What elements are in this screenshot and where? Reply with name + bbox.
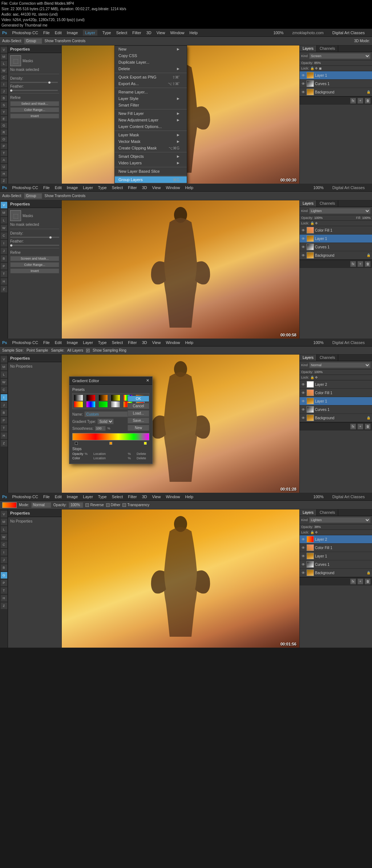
tool-brush-4[interactable]: B (1, 564, 7, 571)
layers-tab-layers-1[interactable]: Layers (300, 45, 317, 52)
tool-pen-2[interactable]: P (1, 263, 7, 269)
tool-zoom-3[interactable]: Z (1, 440, 7, 447)
tool-brush[interactable]: B (1, 95, 7, 101)
tool-eraser[interactable]: E (1, 116, 7, 122)
eye-curves1-f4[interactable]: 👁 (301, 563, 306, 567)
menu-image-1[interactable]: Image (67, 31, 78, 35)
menu-type-3[interactable]: Type (98, 340, 107, 345)
preset-3[interactable] (86, 401, 95, 407)
tool-eyedrop-4[interactable]: I (1, 549, 7, 556)
menu-ps-4[interactable]: Photoshop CC (12, 495, 38, 499)
density-slider[interactable] (10, 82, 59, 83)
menu-layer-2[interactable]: Layer (83, 185, 93, 190)
menu-layer-1[interactable]: Layer (83, 30, 97, 36)
tool-hand-2[interactable]: H (1, 278, 7, 285)
preset-5[interactable] (111, 401, 120, 407)
tool-hand-3[interactable]: H (1, 432, 7, 439)
delete-layer-btn-1[interactable]: 🗑 (365, 98, 371, 104)
menu-window-3[interactable]: Window (166, 340, 180, 345)
layer-row-curves1-f2[interactable]: 👁 Curves 1 (300, 243, 372, 251)
menu-edit-2[interactable]: Edit (55, 185, 62, 190)
menu-edit-1[interactable]: Edit (55, 31, 62, 35)
ge-stop-mid[interactable] (109, 442, 112, 445)
tool-wand-4[interactable]: W (1, 534, 7, 540)
menu-duplicate-layer[interactable]: Duplicate Layer... (115, 59, 187, 65)
new-layer-btn-2[interactable]: + (357, 261, 363, 267)
tool-eyedrop-2[interactable]: I (1, 240, 7, 247)
ge-color-del-header[interactable]: Delete (137, 456, 149, 460)
tool-eyedrop-3[interactable]: I (1, 394, 7, 401)
preset-2[interactable] (74, 401, 83, 407)
menu-help-3[interactable]: Help (185, 340, 194, 345)
tool-zoom-2[interactable]: Z (1, 286, 7, 292)
tool-crop-4[interactable]: C (1, 541, 7, 548)
tool-dodge[interactable]: O (1, 136, 7, 142)
eye-curves1-f1[interactable]: 👁 (301, 82, 306, 86)
delete-layer-btn-3[interactable]: 🗑 (365, 424, 371, 429)
feather-thumb[interactable] (10, 89, 12, 92)
tool-text-2[interactable]: T (1, 271, 7, 277)
tool-gradient-4[interactable]: G (1, 572, 7, 579)
tool-heal[interactable]: J (1, 88, 7, 94)
menu-rename-layer[interactable]: Rename Layer... (115, 89, 187, 95)
eye-curves1-f3[interactable]: 👁 (301, 408, 306, 412)
layer-row-colorfill1-f2[interactable]: 👁 Color Fill 1 (300, 226, 372, 235)
eye-bg-f2[interactable]: 👁 (301, 253, 306, 257)
preset-4[interactable] (99, 401, 108, 407)
menu-select-4[interactable]: Select (112, 495, 123, 499)
feather-slider-2[interactable] (10, 245, 59, 246)
tool-heal-4[interactable]: J (1, 557, 7, 563)
menu-3d-4[interactable]: 3D (142, 495, 147, 499)
menu-layer-style[interactable]: Layer Style▶ (115, 95, 187, 102)
menu-select-3[interactable]: Select (112, 340, 123, 345)
eye-layer2-f4[interactable]: 👁 (301, 537, 306, 541)
new-layer-btn-4[interactable]: + (357, 579, 363, 584)
tool-move-4[interactable]: V (1, 511, 7, 517)
autoselect-input-2[interactable] (24, 193, 42, 199)
reverse-checkbox-4[interactable] (85, 503, 89, 507)
eye-bg-f4[interactable]: 👁 (301, 571, 306, 575)
screen-mask-btn-2[interactable]: Screen and Mask... (10, 256, 59, 261)
menu-filter-2[interactable]: Filter (128, 185, 137, 190)
menu-layer-content-options[interactable]: Layer Content Options... (115, 123, 187, 130)
tool-lasso-3[interactable]: L (1, 371, 7, 378)
menu-edit-4[interactable]: Edit (55, 495, 62, 499)
ge-gradient-preview-bar[interactable] (72, 433, 149, 440)
blend-mode-select-1[interactable]: Screen (309, 53, 371, 59)
menu-filter-1[interactable]: Filter (132, 31, 141, 35)
menu-image-4[interactable]: Image (67, 495, 78, 499)
eye-bg-f3[interactable]: 👁 (301, 416, 306, 420)
menu-new-adjustment-layer[interactable]: New Adjustment Layer▶ (115, 117, 187, 123)
menu-type-4[interactable]: Type (98, 495, 107, 499)
opacity-input-4[interactable] (69, 502, 83, 508)
tool-pen-4[interactable]: P (1, 580, 7, 586)
menu-layer-mask[interactable]: Layer Mask▶ (115, 132, 187, 138)
menu-delete[interactable]: Delete▶ (115, 65, 187, 72)
eye-layer1-f4[interactable]: 👁 (301, 554, 306, 558)
menu-3d-1[interactable]: 3D (146, 31, 151, 35)
sample-val-3[interactable]: All Layers (67, 348, 83, 352)
eye-layer1-f3[interactable]: 👁 (301, 399, 306, 403)
eye-layer1-f1[interactable]: 👁 (301, 73, 306, 77)
layer-row-layer2-f4[interactable]: 👁 Layer 2 (300, 535, 372, 544)
menu-copy-css[interactable]: Copy CSS (115, 52, 187, 59)
menu-image-3[interactable]: Image (67, 340, 78, 345)
ge-cancel-btn[interactable]: Cancel (128, 403, 149, 409)
blend-mode-select-4[interactable]: Lighten (309, 517, 371, 523)
tool-crop-3[interactable]: C (1, 387, 7, 393)
tool-pen-3[interactable]: P (1, 417, 7, 424)
ge-ok-btn[interactable]: OK (128, 396, 149, 402)
menu-photoshop-cc[interactable]: Photoshop CC (12, 31, 38, 35)
menu-ungroup-layers[interactable]: Ungroup Layers⇧⌘G (115, 183, 187, 184)
layers-tab-channels-1[interactable]: Channels (317, 45, 338, 52)
fx-btn-2[interactable]: fx (350, 261, 356, 267)
tool-eyedrop[interactable]: I (1, 81, 7, 87)
menu-export-as[interactable]: Export As...⌥⇧⌘' (115, 80, 187, 87)
blend-mode-select-3[interactable]: Normal (309, 362, 371, 368)
new-layer-btn-1[interactable]: + (357, 98, 363, 104)
tool-wand-2[interactable]: W (1, 225, 7, 231)
eye-colorfill1-f2[interactable]: 👁 (301, 228, 306, 232)
tab-layers-4[interactable]: Layers (300, 509, 317, 516)
fx-btn-3[interactable]: fx (350, 424, 356, 429)
preset-bw[interactable] (74, 395, 83, 401)
